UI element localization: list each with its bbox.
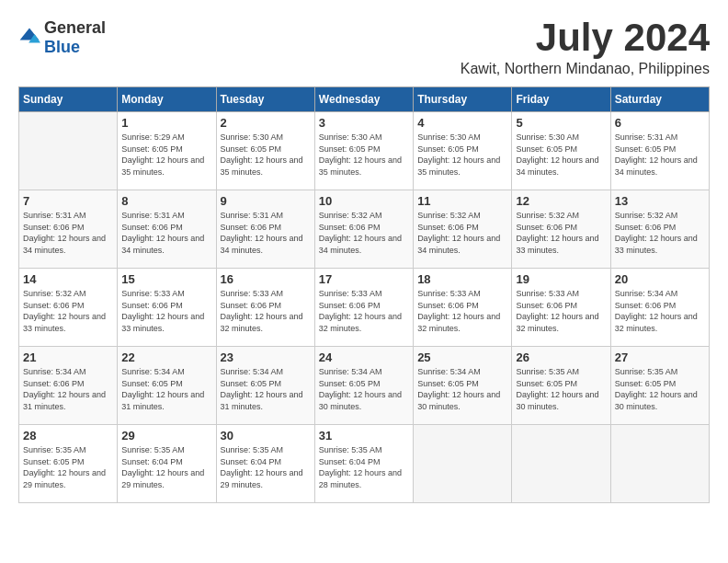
day-info: Sunrise: 5:35 AMSunset: 6:04 PMDaylight:… (319, 444, 409, 490)
calendar-week-row: 7Sunrise: 5:31 AMSunset: 6:06 PMDaylight… (19, 190, 710, 269)
day-info: Sunrise: 5:30 AMSunset: 6:05 PMDaylight:… (417, 132, 507, 178)
day-number: 26 (516, 350, 606, 364)
weekday-header-wednesday: Wednesday (314, 87, 413, 112)
calendar-cell (610, 425, 709, 503)
weekday-header-row: SundayMondayTuesdayWednesdayThursdayFrid… (19, 87, 710, 112)
day-number: 2 (221, 116, 311, 130)
page-header: General Blue July 2024 Kawit, Northern M… (18, 18, 710, 77)
calendar-cell: 13Sunrise: 5:32 AMSunset: 6:06 PMDayligh… (610, 190, 709, 269)
day-info: Sunrise: 5:35 AMSunset: 6:04 PMDaylight:… (121, 444, 211, 490)
day-number: 9 (221, 194, 311, 208)
day-number: 13 (615, 194, 705, 208)
calendar-cell: 20Sunrise: 5:34 AMSunset: 6:06 PMDayligh… (610, 269, 709, 347)
calendar-cell: 14Sunrise: 5:32 AMSunset: 6:06 PMDayligh… (19, 269, 118, 347)
day-number: 4 (417, 116, 507, 130)
day-info: Sunrise: 5:33 AMSunset: 6:06 PMDaylight:… (516, 288, 606, 334)
day-info: Sunrise: 5:33 AMSunset: 6:06 PMDaylight:… (121, 288, 211, 334)
day-number: 17 (319, 272, 409, 286)
logo-icon (18, 27, 40, 49)
calendar-cell: 26Sunrise: 5:35 AMSunset: 6:05 PMDayligh… (512, 347, 610, 425)
day-info: Sunrise: 5:31 AMSunset: 6:06 PMDaylight:… (121, 210, 211, 256)
calendar-cell: 3Sunrise: 5:30 AMSunset: 6:05 PMDaylight… (314, 112, 413, 190)
day-number: 19 (516, 272, 606, 286)
day-info: Sunrise: 5:33 AMSunset: 6:06 PMDaylight:… (319, 288, 409, 334)
day-info: Sunrise: 5:34 AMSunset: 6:06 PMDaylight:… (23, 366, 113, 412)
day-number: 21 (23, 350, 113, 364)
day-number: 3 (319, 116, 409, 130)
day-info: Sunrise: 5:31 AMSunset: 6:06 PMDaylight:… (23, 210, 113, 256)
day-number: 14 (23, 272, 113, 286)
calendar-week-row: 14Sunrise: 5:32 AMSunset: 6:06 PMDayligh… (19, 269, 710, 347)
day-number: 7 (23, 194, 113, 208)
day-number: 23 (221, 350, 311, 364)
weekday-header-friday: Friday (512, 87, 610, 112)
day-number: 29 (121, 429, 211, 442)
day-number: 10 (319, 194, 409, 208)
day-number: 25 (417, 350, 507, 364)
calendar-cell: 16Sunrise: 5:33 AMSunset: 6:06 PMDayligh… (216, 269, 314, 347)
day-number: 6 (615, 116, 705, 130)
day-info: Sunrise: 5:32 AMSunset: 6:06 PMDaylight:… (615, 210, 705, 256)
calendar-cell: 31Sunrise: 5:35 AMSunset: 6:04 PMDayligh… (314, 425, 413, 503)
day-number: 11 (417, 194, 507, 208)
calendar-cell (512, 425, 610, 503)
calendar-cell: 7Sunrise: 5:31 AMSunset: 6:06 PMDaylight… (19, 190, 118, 269)
calendar-cell: 28Sunrise: 5:35 AMSunset: 6:05 PMDayligh… (19, 425, 118, 503)
day-info: Sunrise: 5:35 AMSunset: 6:05 PMDaylight:… (516, 366, 606, 412)
day-info: Sunrise: 5:33 AMSunset: 6:06 PMDaylight:… (417, 288, 507, 334)
day-number: 8 (121, 194, 211, 208)
day-number: 18 (417, 272, 507, 286)
day-number: 1 (121, 116, 211, 130)
calendar-cell: 17Sunrise: 5:33 AMSunset: 6:06 PMDayligh… (314, 269, 413, 347)
logo: General Blue (18, 18, 106, 57)
day-number: 20 (615, 272, 705, 286)
day-number: 12 (516, 194, 606, 208)
calendar-week-row: 28Sunrise: 5:35 AMSunset: 6:05 PMDayligh… (19, 425, 710, 503)
calendar-cell: 9Sunrise: 5:31 AMSunset: 6:06 PMDaylight… (216, 190, 314, 269)
calendar-cell (414, 425, 512, 503)
calendar-cell: 22Sunrise: 5:34 AMSunset: 6:05 PMDayligh… (118, 347, 216, 425)
calendar-cell: 29Sunrise: 5:35 AMSunset: 6:04 PMDayligh… (118, 425, 216, 503)
calendar-week-row: 1Sunrise: 5:29 AMSunset: 6:05 PMDaylight… (19, 112, 710, 190)
day-info: Sunrise: 5:35 AMSunset: 6:05 PMDaylight:… (23, 444, 113, 490)
logo-general: General (44, 18, 106, 37)
calendar-cell: 4Sunrise: 5:30 AMSunset: 6:05 PMDaylight… (414, 112, 512, 190)
day-info: Sunrise: 5:32 AMSunset: 6:06 PMDaylight:… (23, 288, 113, 334)
day-info: Sunrise: 5:32 AMSunset: 6:06 PMDaylight:… (516, 210, 606, 256)
month-title: July 2024 (461, 18, 710, 57)
day-number: 30 (221, 429, 311, 442)
day-info: Sunrise: 5:34 AMSunset: 6:05 PMDaylight:… (417, 366, 507, 412)
location-title: Kawit, Northern Mindanao, Philippines (461, 61, 710, 77)
calendar-cell: 24Sunrise: 5:34 AMSunset: 6:05 PMDayligh… (314, 347, 413, 425)
day-info: Sunrise: 5:30 AMSunset: 6:05 PMDaylight:… (516, 132, 606, 178)
weekday-header-monday: Monday (118, 87, 216, 112)
calendar-cell: 25Sunrise: 5:34 AMSunset: 6:05 PMDayligh… (414, 347, 512, 425)
calendar-cell: 6Sunrise: 5:31 AMSunset: 6:05 PMDaylight… (610, 112, 709, 190)
day-number: 28 (23, 429, 113, 442)
calendar-cell: 27Sunrise: 5:35 AMSunset: 6:05 PMDayligh… (610, 347, 709, 425)
calendar-cell: 12Sunrise: 5:32 AMSunset: 6:06 PMDayligh… (512, 190, 610, 269)
day-info: Sunrise: 5:29 AMSunset: 6:05 PMDaylight:… (121, 132, 211, 178)
title-section: July 2024 Kawit, Northern Mindanao, Phil… (461, 18, 710, 77)
day-info: Sunrise: 5:30 AMSunset: 6:05 PMDaylight:… (221, 132, 311, 178)
calendar-cell: 8Sunrise: 5:31 AMSunset: 6:06 PMDaylight… (118, 190, 216, 269)
day-number: 5 (516, 116, 606, 130)
calendar-cell: 2Sunrise: 5:30 AMSunset: 6:05 PMDaylight… (216, 112, 314, 190)
calendar-cell: 1Sunrise: 5:29 AMSunset: 6:05 PMDaylight… (118, 112, 216, 190)
calendar-cell: 11Sunrise: 5:32 AMSunset: 6:06 PMDayligh… (414, 190, 512, 269)
logo-blue: Blue (44, 38, 80, 56)
day-info: Sunrise: 5:34 AMSunset: 6:05 PMDaylight:… (221, 366, 311, 412)
day-number: 27 (615, 350, 705, 364)
day-number: 15 (121, 272, 211, 286)
day-info: Sunrise: 5:30 AMSunset: 6:05 PMDaylight:… (319, 132, 409, 178)
calendar-cell: 10Sunrise: 5:32 AMSunset: 6:06 PMDayligh… (314, 190, 413, 269)
day-info: Sunrise: 5:35 AMSunset: 6:04 PMDaylight:… (221, 444, 311, 490)
day-info: Sunrise: 5:34 AMSunset: 6:05 PMDaylight:… (319, 366, 409, 412)
weekday-header-sunday: Sunday (19, 87, 118, 112)
calendar-cell: 18Sunrise: 5:33 AMSunset: 6:06 PMDayligh… (414, 269, 512, 347)
day-info: Sunrise: 5:32 AMSunset: 6:06 PMDaylight:… (319, 210, 409, 256)
day-info: Sunrise: 5:31 AMSunset: 6:06 PMDaylight:… (221, 210, 311, 256)
day-info: Sunrise: 5:32 AMSunset: 6:06 PMDaylight:… (417, 210, 507, 256)
weekday-header-tuesday: Tuesday (216, 87, 314, 112)
day-info: Sunrise: 5:33 AMSunset: 6:06 PMDaylight:… (221, 288, 311, 334)
